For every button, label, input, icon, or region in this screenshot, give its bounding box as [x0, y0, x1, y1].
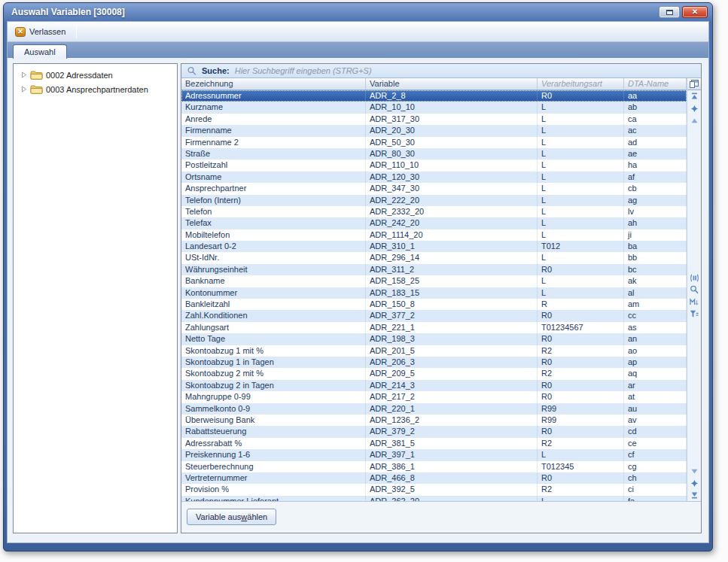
scroll-top-button[interactable]	[690, 92, 699, 102]
multiselect-button[interactable]	[690, 297, 699, 307]
table-row[interactable]: Zahlungsart ADR_221_1 T01234567 as	[181, 322, 687, 333]
table-row[interactable]: Rabattsteuerung ADR_379_2 R0 cd	[181, 426, 687, 437]
cell-verarbeitungsart: R	[538, 299, 624, 310]
cell-dta-name: ar	[624, 380, 687, 391]
table-row[interactable]: Kurzname ADR_10_10 L ab	[181, 102, 687, 113]
cell-dta-name: an	[624, 333, 687, 345]
tree-item-label: 0002 Adressdaten	[46, 71, 113, 80]
scroll-up-fast-button[interactable]	[690, 104, 699, 114]
cell-dta-name: ha	[624, 159, 687, 171]
table-row[interactable]: Straße ADR_80_30 L ae	[181, 148, 687, 159]
table-row[interactable]: Adressrabatt % ADR_381_5 R2 ce	[181, 438, 687, 449]
table-row[interactable]: Provision % ADR_392_5 R2 ci	[181, 484, 687, 495]
table-row[interactable]: Telefon (Intern) ADR_222_20 L ag	[181, 195, 687, 206]
table-row[interactable]: Telefax ADR_242_20 L ah	[181, 217, 687, 229]
table-row[interactable]: Ansprechpartner ADR_347_30 L cb	[181, 183, 687, 194]
column-header-verarbeitungsart[interactable]: Verarbeitungsart	[538, 78, 624, 90]
close-button[interactable]: ✕	[682, 6, 708, 18]
scroll-bottom-button[interactable]	[690, 491, 699, 500]
cell-verarbeitungsart: R2	[538, 438, 624, 449]
cell-variable: ADR_206_3	[366, 357, 538, 368]
table-body: Adressnummer ADR_2_8 R0 aa Kurzname ADR_…	[181, 90, 687, 501]
cell-bezeichnung: Netto Tage	[181, 333, 366, 345]
table-row[interactable]: Firmenname 2 ADR_50_30 L ad	[181, 137, 687, 148]
table-row[interactable]: USt-IdNr. ADR_296_14 L bb	[181, 252, 687, 263]
table-row[interactable]: Bankname ADR_158_25 L ak	[181, 275, 687, 287]
table-row[interactable]: Kundennummer Lieferant ADR_262_20 L fa	[181, 496, 687, 501]
cell-bezeichnung: Skontoabzug 2 in Tagen	[181, 380, 366, 391]
table-row[interactable]: Netto Tage ADR_198_3 R0 an	[181, 333, 687, 345]
cell-variable: ADR_311_2	[366, 264, 538, 275]
column-header-dta-name[interactable]: DTA-Name	[624, 78, 687, 90]
grid-zoom-button[interactable]	[690, 285, 699, 295]
folder-icon	[30, 70, 43, 80]
table-row[interactable]: Postleitzahl ADR_110_10 L ha	[181, 159, 687, 171]
table-row[interactable]: Ortsname ADR_120_30 L af	[181, 172, 687, 183]
search-field[interactable]: Suche: Hier Suchbegriff eingeben (STRG+S…	[181, 64, 701, 78]
title-bar[interactable]: Auswahl Variablen [30008] ✕	[4, 3, 712, 21]
tree-item-label: 0003 Ansprechpartnerdaten	[46, 85, 148, 94]
table-row[interactable]: Mahngruppe 0-99 ADR_217_2 R0 at	[181, 391, 687, 403]
fit-columns-button[interactable]	[690, 273, 699, 283]
cell-dta-name: ah	[624, 217, 687, 229]
table-row[interactable]: Anrede ADR_317_30 L ca	[181, 114, 687, 125]
table-row[interactable]: Firmenname ADR_20_30 L ac	[181, 125, 687, 136]
cell-dta-name: ao	[624, 345, 687, 357]
dialog-window: Auswahl Variablen [30008] ✕ ✕ Verlassen …	[3, 2, 713, 551]
tree-item[interactable]: 0002 Adressdaten	[15, 68, 175, 82]
table-row[interactable]: Landesart 0-2 ADR_310_1 T012 ba	[181, 241, 687, 252]
cell-dta-name: ab	[624, 102, 687, 113]
cell-dta-name: aq	[624, 368, 687, 379]
cell-verarbeitungsart: L	[538, 102, 624, 113]
table-row[interactable]: Skontoabzug 2 in Tagen ADR_214_3 R0 ar	[181, 380, 687, 391]
cell-bezeichnung: Zahlungsart	[181, 322, 366, 333]
scroll-next-icon	[691, 469, 698, 474]
table-row[interactable]: Währungseinheit ADR_311_2 R0 bc	[181, 264, 687, 275]
cell-dta-name: am	[624, 299, 687, 310]
scroll-up-icon	[691, 105, 698, 112]
table-row[interactable]: Skontoabzug 2 mit % ADR_209_5 R2 aq	[181, 368, 687, 379]
table-row[interactable]: Kontonummer ADR_183_15 L al	[181, 287, 687, 299]
restore-button[interactable]	[659, 6, 680, 18]
cell-dta-name: bb	[624, 252, 687, 263]
column-header-bezeichnung[interactable]: Bezeichnung	[181, 78, 366, 90]
table-row[interactable]: Zahl.Konditionen ADR_377_2 R0 cc	[181, 310, 687, 321]
table-row[interactable]: Vertreternummer ADR_466_8 R0 ch	[181, 472, 687, 484]
table-row[interactable]: Überweisung Bank ADR_1236_2 R99 av	[181, 415, 687, 426]
table-row[interactable]: Skontoabzug 1 mit % ADR_201_5 R2 ao	[181, 345, 687, 357]
cell-verarbeitungsart: R2	[538, 484, 624, 495]
cell-dta-name: lv	[624, 206, 687, 217]
select-variable-button[interactable]: Variable auswählen	[187, 509, 276, 525]
table-row[interactable]: Telefon ADR_2332_20 L lv	[181, 206, 687, 217]
cell-verarbeitungsart: L	[538, 206, 624, 217]
scroll-next-button[interactable]	[690, 466, 699, 476]
cell-dta-name: ba	[624, 241, 687, 252]
cell-bezeichnung: Skontoabzug 2 mit %	[181, 368, 366, 379]
table-row[interactable]: Preiskennung 1-6 ADR_397_1 L cf	[181, 449, 687, 460]
scroll-down-fast-button[interactable]	[690, 478, 699, 488]
table-row[interactable]: Adressnummer ADR_2_8 R0 aa	[181, 90, 687, 102]
column-header-variable[interactable]: Variable	[366, 78, 538, 90]
cell-verarbeitungsart: L	[538, 449, 624, 460]
cell-dta-name: ae	[624, 148, 687, 159]
filter-button[interactable]	[690, 309, 699, 319]
client-area: ✕ Verlassen Auswahl 0002 Adressdaten	[7, 21, 709, 543]
cell-variable: ADR_317_30	[366, 114, 538, 125]
table-row[interactable]: Sammelkonto 0-9 ADR_220_1 R99 au	[181, 403, 687, 415]
tree-item[interactable]: 0003 Ansprechpartnerdaten	[15, 82, 175, 96]
cell-bezeichnung: Postleitzahl	[181, 159, 366, 171]
scroll-prev-button[interactable]	[690, 116, 699, 126]
column-chooser-button[interactable]	[687, 78, 701, 90]
table-row[interactable]: Steuerberechnung ADR_386_1 T012345 cg	[181, 461, 687, 472]
cell-dta-name: ad	[624, 137, 687, 148]
cell-verarbeitungsart: R0	[538, 90, 624, 102]
table-row[interactable]: Skontoabzug 1 in Tagen ADR_206_3 R0 ap	[181, 357, 687, 368]
table-row[interactable]: Mobiltelefon ADR_1114_20 L ji	[181, 229, 687, 241]
table-footer: Variable auswählen	[181, 501, 701, 533]
table-row[interactable]: Bankleitzahl ADR_150_8 R am	[181, 299, 687, 310]
cell-variable: ADR_120_30	[366, 172, 538, 183]
cell-bezeichnung: Währungseinheit	[181, 264, 366, 275]
toolbar-separator	[76, 25, 77, 38]
exit-button[interactable]: ✕ Verlassen	[12, 26, 71, 38]
tab-auswahl[interactable]: Auswahl	[13, 44, 67, 59]
